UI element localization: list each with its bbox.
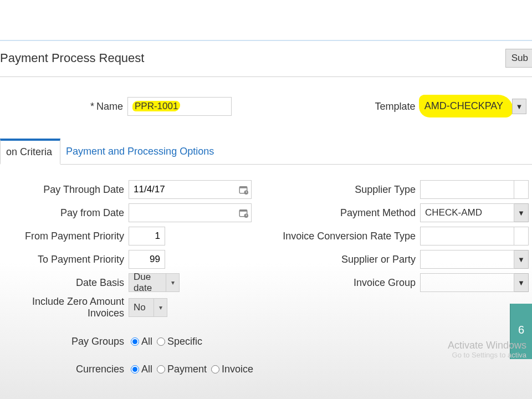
payment-method-row: Payment Method CHECK-AMD ▼ (266, 203, 529, 223)
tab-payment-processing-options[interactable]: Payment and Processing Options (60, 139, 222, 164)
from-priority-row: From Payment Priority (0, 226, 260, 246)
zero-amount-select[interactable]: No ▾ (129, 298, 167, 317)
conv-rate-combo[interactable] (420, 227, 529, 245)
currencies-radio-group: All Payment Invoice (129, 364, 253, 375)
criteria-panel: Pay Through Date Pay from Date From Paym… (0, 172, 532, 399)
chevron-down-icon[interactable]: ▾ (166, 273, 180, 292)
tab-selection-criteria[interactable]: on Criteria (0, 139, 60, 165)
template-value-highlight: AMD-CHECKPAY (421, 98, 508, 115)
pay-groups-row: Pay Groups All Specific (0, 331, 260, 351)
supplier-type-row: Supplier Type (266, 180, 529, 200)
page-header: Payment Process Request Sub (0, 49, 532, 77)
invoice-group-combo[interactable]: ▼ (420, 273, 529, 292)
criteria-left-column: Pay Through Date Pay from Date From Paym… (0, 180, 260, 399)
svg-rect-1 (239, 187, 247, 188)
svg-rect-4 (239, 210, 247, 212)
date-basis-row: Date Basis Due date ▾ (0, 273, 260, 293)
pay-through-date-input[interactable] (129, 180, 252, 199)
calendar-icon[interactable] (238, 185, 248, 195)
pay-through-date-row: Pay Through Date (0, 180, 260, 200)
radio-label: All (141, 336, 152, 347)
to-priority-label: To Payment Priority (0, 254, 129, 265)
conv-rate-value (420, 227, 514, 245)
name-label: *Name (0, 101, 127, 112)
zero-amount-label: Include Zero Amount Invoices (0, 296, 129, 319)
chevron-down-icon[interactable]: ▼ (514, 203, 529, 222)
currencies-invoice-radio[interactable] (211, 365, 219, 374)
currencies-invoice-option[interactable]: Invoice (211, 364, 253, 375)
supplier-type-label: Supplier Type (266, 184, 420, 196)
zero-amount-value: No (129, 298, 154, 317)
from-priority-input[interactable] (129, 227, 165, 245)
name-input[interactable]: PPR-1001 (127, 97, 232, 116)
currencies-payment-option[interactable]: Payment (157, 364, 207, 375)
conv-rate-label: Invoice Conversion Rate Type (266, 231, 420, 242)
to-priority-input[interactable] (129, 250, 165, 269)
supplier-party-value (420, 250, 514, 269)
from-priority-label: From Payment Priority (0, 231, 129, 242)
pay-groups-specific-option[interactable]: Specific (157, 336, 202, 347)
invoice-group-row: Invoice Group ▼ (266, 273, 529, 293)
payment-method-label: Payment Method (266, 207, 420, 219)
criteria-right-column: Supplier Type Payment Method CHECK-AMD ▼… (266, 180, 532, 399)
pay-groups-all-radio[interactable] (131, 337, 139, 346)
chevron-down-icon[interactable]: ▼ (514, 273, 529, 292)
pay-groups-radio-group: All Specific (129, 336, 202, 347)
zero-amount-row: Include Zero Amount Invoices No ▾ (0, 296, 260, 319)
pay-from-date-label: Pay from Date (0, 207, 129, 219)
template-label: Template (375, 101, 421, 112)
conv-rate-row: Invoice Conversion Rate Type (266, 226, 529, 246)
supplier-party-combo[interactable]: ▼ (420, 250, 529, 269)
date-basis-label: Date Basis (0, 277, 129, 289)
invoice-group-value (420, 273, 514, 292)
template-dropdown-button[interactable]: ▼ (512, 99, 526, 114)
pay-groups-all-option[interactable]: All (131, 336, 152, 347)
pay-from-date-row: Pay from Date (0, 203, 260, 223)
top-accent-strip (0, 40, 532, 41)
name-value-highlight: PPR-1001 (132, 101, 180, 111)
currencies-all-option[interactable]: All (131, 364, 152, 375)
pay-through-date-label: Pay Through Date (0, 184, 129, 196)
supplier-type-value (420, 180, 514, 199)
required-asterisk: * (90, 101, 94, 112)
currencies-all-radio[interactable] (131, 365, 139, 374)
pay-groups-specific-radio[interactable] (157, 337, 165, 346)
template-field-group: Template AMD-CHECKPAY ▼ (375, 97, 526, 116)
template-value: AMD-CHECKPAY (424, 100, 503, 111)
page-title: Payment Process Request (0, 51, 144, 65)
currencies-row: Currencies All Payment Invoice (0, 359, 260, 379)
radio-label: All (141, 364, 152, 375)
supplier-type-combo[interactable] (420, 180, 529, 199)
name-field-group: *Name PPR-1001 (0, 97, 232, 116)
chevron-down-icon[interactable] (514, 227, 529, 245)
to-priority-row: To Payment Priority (0, 249, 260, 269)
chevron-down-icon[interactable]: ▼ (514, 250, 529, 269)
payment-method-value: CHECK-AMD (420, 203, 514, 222)
chevron-down-icon[interactable] (514, 180, 529, 199)
supplier-party-row: Supplier or Party ▼ (266, 249, 529, 269)
date-basis-select[interactable]: Due date ▾ (129, 273, 180, 292)
payment-method-combo[interactable]: CHECK-AMD ▼ (420, 203, 529, 222)
pay-from-date-wrap (129, 203, 252, 222)
radio-label: Specific (167, 336, 202, 347)
chevron-down-icon[interactable]: ▾ (154, 298, 167, 317)
invoice-group-label: Invoice Group (266, 277, 420, 289)
currencies-payment-radio[interactable] (157, 365, 165, 374)
date-basis-value: Due date (129, 273, 166, 292)
pay-groups-label: Pay Groups (0, 336, 129, 347)
pay-from-date-input[interactable] (129, 203, 252, 222)
pay-through-date-wrap (129, 180, 252, 199)
radio-label: Invoice (222, 364, 253, 375)
radio-label: Payment (167, 364, 207, 375)
submit-button[interactable]: Sub (505, 49, 532, 68)
side-badge: 6 (510, 304, 532, 359)
tab-bar: on Criteria Payment and Processing Optio… (0, 139, 532, 165)
supplier-party-label: Supplier or Party (266, 254, 420, 265)
top-form-row: *Name PPR-1001 Template AMD-CHECKPAY ▼ (0, 97, 532, 116)
currencies-label: Currencies (0, 364, 129, 375)
calendar-icon[interactable] (238, 208, 248, 218)
name-label-text: Name (96, 101, 123, 112)
